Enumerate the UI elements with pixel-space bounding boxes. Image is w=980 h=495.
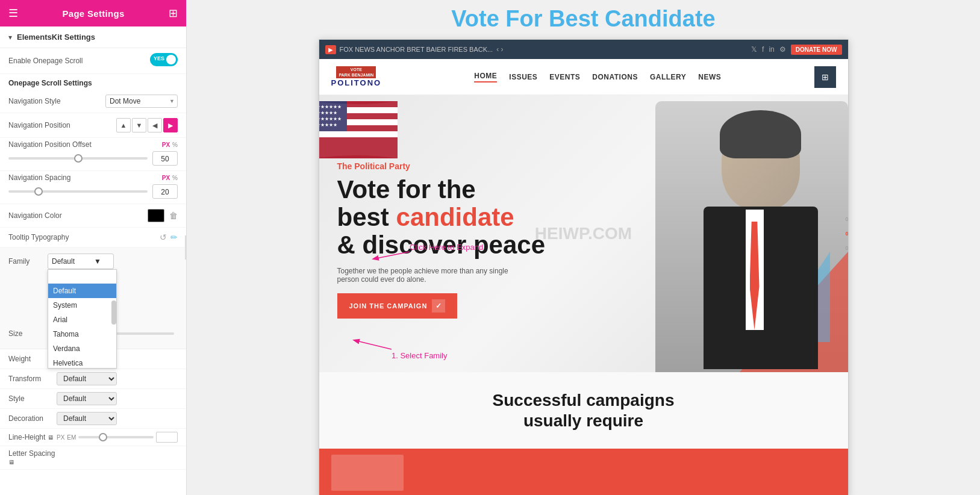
dropdown-scrollbar[interactable] [111, 300, 116, 325]
site-nav: VOTE PARK BENJAMIN POLITONO HOME ISSUES … [319, 59, 848, 95]
nav-gallery[interactable]: GALLERY [650, 73, 686, 81]
dot-num-2: 02 [845, 231, 847, 237]
line-height-px[interactable]: PX [57, 434, 64, 441]
tooltip-typography-label: Tooltip Typography [8, 233, 69, 241]
hero-person-container [643, 95, 848, 372]
decoration-select[interactable]: Default [57, 412, 117, 425]
nav-events[interactable]: EVENTS [549, 73, 580, 81]
lower-title: Successful campaigns usually require [337, 390, 830, 431]
family-dropdown-arrow: ▼ [94, 257, 101, 266]
nav-home[interactable]: HOME [474, 72, 497, 82]
hero-subtitle: The Political Party [337, 161, 619, 171]
nav-color-control: 🗑 [148, 209, 178, 222]
family-control: Default ▼ Default System Arial Tahoma [48, 254, 178, 269]
hamburger-icon[interactable]: ☰ [8, 7, 18, 20]
collapse-handle[interactable]: ‹ [185, 235, 187, 260]
family-option-default[interactable]: Default [48, 284, 116, 298]
nav-pos-right[interactable]: ▶ [163, 118, 178, 132]
hero-title-line1: Vote for the [337, 176, 619, 204]
nav-spacing-px[interactable]: PX [162, 175, 170, 181]
donate-button[interactable]: DONATE NOW [791, 45, 842, 55]
transform-label: Transform [8, 375, 57, 383]
nav-issues[interactable]: ISSUES [509, 73, 537, 81]
nav-offset-units: PX % [162, 142, 178, 148]
family-option-system[interactable]: System [48, 298, 116, 313]
onepage-scroll-toggle[interactable]: YES [150, 53, 178, 69]
dot-navigation: 01 02 03 [845, 216, 847, 251]
site-hero: ★★★★★★ ★★★★★ ★★★★★★ ★★★★★ The Political … [319, 95, 848, 372]
transform-select[interactable]: Default [57, 372, 117, 385]
style-select[interactable]: Default [57, 392, 117, 405]
hero-title-best: best [337, 203, 396, 231]
nav-offset-header: Navigation Position Offset PX % [8, 140, 178, 149]
hero-btn-check: ✓ [432, 299, 445, 313]
family-option-tahoma[interactable]: Tahoma [48, 327, 116, 341]
transform-row: Transform Default [0, 369, 186, 389]
right-area: Click Here to Expand 1. Select Family Vo… [187, 0, 980, 495]
panel-title: Page Settings [62, 8, 124, 19]
onepage-scroll-row: Enable Onepage Scroll YES [0, 48, 186, 74]
website-preview: ▶ FOX NEWS ANCHOR BRET BAIER FIRES BACK.… [319, 39, 849, 495]
toggle-switch[interactable]: YES [150, 53, 178, 66]
dot-item-2: 02 [845, 231, 847, 237]
nav-pos-down[interactable]: ▼ [132, 118, 146, 132]
nav-spacing-pct[interactable]: % [172, 175, 178, 181]
family-row: Family Default ▼ Default System [8, 254, 178, 269]
family-select-btn[interactable]: Default ▼ [48, 254, 114, 269]
trash-icon[interactable]: 🗑 [169, 211, 178, 220]
logo-text: POLITONO [331, 78, 382, 87]
toggle-label: YES [154, 55, 164, 61]
nav-offset-px[interactable]: PX [162, 142, 170, 148]
topbar-left: ▶ FOX NEWS ANCHOR BRET BAIER FIRES BACK.… [325, 45, 504, 54]
tooltip-typography-icons: ↺ ✏ [160, 232, 178, 242]
hero-btn-label: JOIN THE CAMPAIGN [349, 302, 428, 310]
nav-pos-left[interactable]: ◀ [148, 118, 162, 132]
nav-logo: VOTE PARK BENJAMIN POLITONO [331, 66, 382, 87]
family-search-input[interactable] [48, 270, 116, 284]
nav-offset-pct[interactable]: % [172, 142, 178, 148]
nav-style-control[interactable]: Dot Move [105, 95, 178, 108]
nav-spacing-slider[interactable] [8, 190, 148, 193]
nav-position-label: Navigation Position [8, 121, 116, 129]
line-height-monitor: 🖥 [48, 434, 54, 441]
line-height-value[interactable] [156, 432, 178, 443]
nav-menu-icon[interactable]: ⊞ [814, 66, 836, 88]
lower-title-line2: usually require [337, 411, 830, 431]
grid-icon[interactable]: ⊞ [169, 7, 178, 20]
family-option-helvetica[interactable]: Helvetica [48, 356, 116, 368]
line-height-slider[interactable] [78, 436, 154, 438]
family-dropdown-items: Default System Arial Tahoma Verdana Helv… [48, 284, 116, 368]
nav-offset-slider[interactable] [8, 157, 148, 160]
line-height-label: Line-Height 🖥 [8, 433, 57, 441]
line-height-row: Line-Height 🖥 PX EM [0, 429, 186, 446]
refresh-icon[interactable]: ↺ [160, 232, 167, 242]
left-panel: ☰ Page Settings ⊞ ▾ ElementsKit Settings… [0, 0, 187, 495]
facebook-icon: f [762, 45, 764, 54]
hero-right: 01 02 03 [637, 95, 848, 372]
family-selected-value: Default [52, 257, 75, 266]
elementskit-settings-section[interactable]: ▾ ElementsKit Settings [0, 26, 186, 48]
nav-pos-up[interactable]: ▲ [116, 118, 131, 132]
nav-style-row: Navigation Style Dot Move [0, 90, 186, 113]
size-label: Size [8, 329, 48, 338]
nav-spacing-value[interactable]: 20 [152, 184, 178, 199]
family-label: Family [8, 257, 48, 266]
nav-color-swatch[interactable] [148, 209, 164, 222]
line-height-em[interactable]: EM [67, 434, 76, 441]
family-option-arial[interactable]: Arial [48, 313, 116, 327]
site-topbar: ▶ FOX NEWS ANCHOR BRET BAIER FIRES BACK.… [319, 40, 848, 59]
join-campaign-button[interactable]: JOIN THE CAMPAIGN ✓ [337, 293, 458, 319]
watermark: HEIWP.COM [535, 224, 632, 243]
family-option-verdana[interactable]: Verdana [48, 341, 116, 356]
nav-news[interactable]: NEWS [698, 73, 721, 81]
pencil-icon[interactable]: ✏ [170, 232, 178, 242]
linkedin-icon: in [769, 45, 774, 54]
typography-expanded-section: Family Default ▼ Default System [0, 248, 186, 349]
nav-offset-value[interactable]: 50 [152, 151, 178, 166]
logo-name: PARK BENJAMIN [339, 72, 373, 78]
nav-donations[interactable]: DONATIONS [592, 73, 638, 81]
nav-offset-label: Navigation Position Offset [8, 140, 92, 149]
logo-vote: VOTE [339, 67, 373, 72]
nav-style-select[interactable]: Dot Move [105, 95, 178, 108]
dot-num-1: 01 [845, 216, 847, 222]
